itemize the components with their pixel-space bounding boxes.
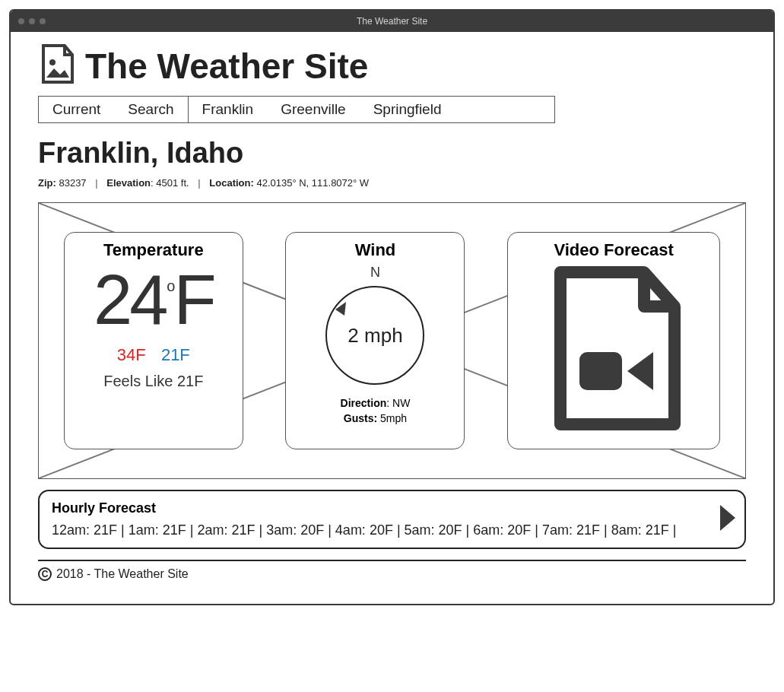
video-forecast-card[interactable]: Video Forecast xyxy=(507,232,720,449)
svg-rect-5 xyxy=(579,352,622,390)
wind-dial: 2 mph xyxy=(322,282,428,389)
wind-direction-label: Direction xyxy=(341,397,387,409)
wind-gusts-label: Gusts: xyxy=(344,412,377,424)
temp-unit: F xyxy=(173,265,213,335)
wind-direction: NW xyxy=(392,397,410,409)
wind-title: Wind xyxy=(294,240,456,260)
titlebar: The Weather Site xyxy=(11,11,773,32)
footer-divider xyxy=(38,560,746,561)
copyright-icon: C xyxy=(38,567,52,581)
hourly-forecast-card: Hourly Forecast 12am: 21F | 1am: 21F | 2… xyxy=(38,490,746,549)
site-header: The Weather Site xyxy=(38,44,746,88)
elevation-label: Elevation xyxy=(106,177,151,189)
hourly-row: 12am: 21F | 1am: 21F | 2am: 21F | 3am: 2… xyxy=(52,522,732,538)
hourly-title: Hourly Forecast xyxy=(52,500,732,516)
tab-greenville[interactable]: Greenville xyxy=(267,97,360,122)
page-content: The Weather Site Current Search Franklin… xyxy=(11,32,773,604)
tab-springfield[interactable]: Springfield xyxy=(360,97,455,122)
temperature-card: Temperature 24oF 34F 21F Feels Like 21F xyxy=(64,232,243,449)
location-value: 42.0135° N, 111.8072° W xyxy=(256,177,369,189)
chevron-right-icon[interactable] xyxy=(717,503,737,535)
wind-north-label: N xyxy=(294,265,456,281)
video-file-icon xyxy=(538,421,690,434)
feels-like: Feels Like 21F xyxy=(72,373,235,390)
page-footer: C 2018 - The Weather Site xyxy=(38,567,746,581)
temperature-title: Temperature xyxy=(72,240,235,260)
wind-card: Wind N 2 mph Direction: NW Gusts: 5mph xyxy=(285,232,465,449)
degree-icon: o xyxy=(167,278,172,294)
main-nav: Current Search Franklin Greenville Sprin… xyxy=(38,96,555,123)
location-label: Location: xyxy=(209,177,254,189)
tab-franklin[interactable]: Franklin xyxy=(189,97,268,122)
tab-search[interactable]: Search xyxy=(114,97,187,122)
svg-marker-7 xyxy=(720,505,735,531)
zip-label: Zip: xyxy=(38,177,56,189)
zip-value: 83237 xyxy=(59,177,86,189)
elevation-value: 4501 ft. xyxy=(156,177,189,189)
wind-meta: Direction: NW Gusts: 5mph xyxy=(294,396,456,426)
wind-speed: 2 mph xyxy=(322,282,428,389)
temp-low: 21F xyxy=(161,345,190,364)
temp-hilo: 34F 21F xyxy=(72,345,235,365)
footer-text: 2018 - The Weather Site xyxy=(56,567,189,581)
app-window: The Weather Site The Weather Site Curren… xyxy=(9,9,775,605)
temp-number: 24 xyxy=(94,265,165,335)
video-title: Video Forecast xyxy=(516,240,712,260)
svg-marker-6 xyxy=(627,352,653,390)
page-title: Franklin, Idaho xyxy=(38,137,746,170)
image-icon xyxy=(38,44,76,88)
wind-gusts: 5mph xyxy=(380,412,407,424)
location-meta: Zip: 83237 | Elevation: 4501 ft. | Locat… xyxy=(38,177,746,189)
tab-current[interactable]: Current xyxy=(39,97,114,122)
temperature-value: 24oF xyxy=(72,265,235,335)
svg-point-0 xyxy=(49,59,56,65)
hero-placeholder: Temperature 24oF 34F 21F Feels Like 21F … xyxy=(38,202,746,479)
site-title: The Weather Site xyxy=(85,46,368,87)
window-title: The Weather Site xyxy=(11,16,773,27)
temp-high: 34F xyxy=(117,345,146,364)
